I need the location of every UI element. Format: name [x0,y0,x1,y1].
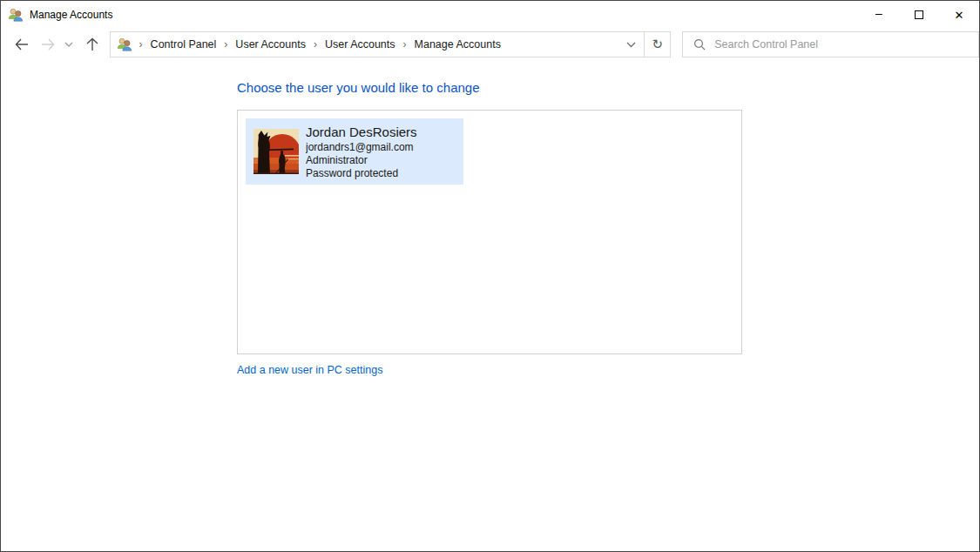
search-box[interactable] [682,31,979,57]
minimize-icon: – [875,6,882,20]
refresh-button[interactable]: ↻ [644,31,671,57]
chevron-down-icon [626,42,636,48]
maximize-button[interactable] [899,1,939,29]
page-title: Choose the user you would like to change [237,79,760,97]
chevron-down-icon [64,42,73,47]
breadcrumb-item-manage-accounts[interactable]: Manage Accounts [414,37,502,52]
back-button[interactable] [10,31,34,57]
manage-accounts-window: Manage Accounts – ✕ [0,0,980,552]
up-button[interactable] [80,31,105,57]
title-bar: Manage Accounts – ✕ [1,1,979,29]
address-dropdown-button[interactable] [618,32,644,57]
user-accounts-icon [117,37,132,51]
add-new-user-link[interactable]: Add a new user in PC settings [237,364,382,376]
refresh-icon: ↻ [652,37,664,52]
forward-button[interactable] [36,31,60,57]
user-accounts-icon [8,8,24,22]
navigation-bar: › Control Panel › User Accounts › User A… [1,29,979,60]
user-list: Jordan DesRosiers jordandrs1@gmail.com A… [237,110,742,354]
maximize-icon [915,10,923,19]
user-name: Jordan DesRosiers [306,124,417,140]
user-role: Administrator [306,154,417,167]
breadcrumb-item-user-accounts-2[interactable]: User Accounts [324,37,396,52]
address-bar[interactable]: › Control Panel › User Accounts › User A… [110,31,645,57]
user-password-status: Password protected [306,167,417,180]
recent-locations-button[interactable] [61,31,77,57]
breadcrumb-separator: › [217,38,234,50]
search-icon [693,38,706,50]
breadcrumb-separator: › [307,38,324,50]
breadcrumb: › Control Panel › User Accounts › User A… [132,37,502,52]
window-title: Manage Accounts [30,9,112,21]
up-arrow-icon [86,37,98,51]
user-avatar [253,129,299,174]
breadcrumb-separator: › [132,38,150,50]
breadcrumb-item-user-accounts[interactable]: User Accounts [234,37,307,52]
back-arrow-icon [14,38,30,50]
forward-arrow-icon [40,38,56,50]
main-content: Choose the user you would like to change [237,79,760,377]
breadcrumb-separator: › [396,38,414,50]
minimize-button[interactable]: – [859,1,899,29]
breadcrumb-item-control-panel[interactable]: Control Panel [150,37,218,52]
search-input[interactable] [714,38,978,50]
user-tile-jordan-desrosiers[interactable]: Jordan DesRosiers jordandrs1@gmail.com A… [246,118,463,185]
user-email: jordandrs1@gmail.com [306,141,417,154]
user-info: Jordan DesRosiers jordandrs1@gmail.com A… [306,124,417,180]
close-button[interactable]: ✕ [939,1,979,29]
close-icon: ✕ [955,9,964,22]
